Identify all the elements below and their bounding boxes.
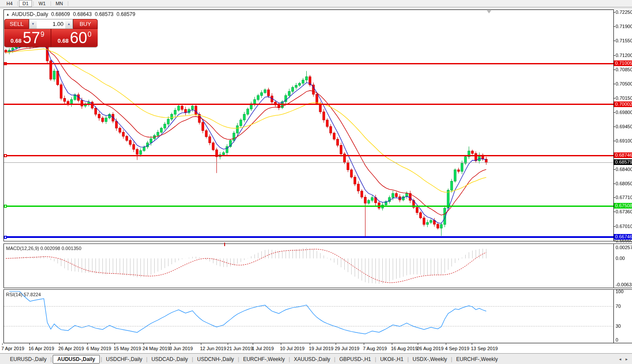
volume-increase-button[interactable]: ▲ <box>65 19 73 28</box>
date-axis-tick <box>336 343 336 345</box>
price-axis-tick: 0.67010 <box>616 224 632 229</box>
timeframe-button-w1[interactable]: W1 <box>35 0 49 7</box>
macd-pane-canvas[interactable] <box>4 244 613 287</box>
ohlc-close: 0.68579 <box>117 11 135 17</box>
chart-shift-marker-icon[interactable] <box>487 10 491 13</box>
date-axis-tick <box>418 343 418 345</box>
chart-border-bottom <box>3 343 632 343</box>
chart-tab-eurusd-daily[interactable]: EURUSD-,Daily <box>6 355 51 364</box>
date-axis-label: 19 Jul 2019 <box>309 346 333 351</box>
macd-axis-top: 0.002574 <box>616 245 632 250</box>
date-axis-label: 7 Aug 2019 <box>363 346 387 351</box>
price-axis-tick: 0.71550 <box>616 38 632 43</box>
ohlc-low: 0.68573 <box>95 11 113 17</box>
chart-tab-bar: EURUSD-,Daily|AUDUSD-,Daily|USDCHF-,Dail… <box>0 353 632 364</box>
chart-tab-usdcnh-daily[interactable]: USDCNH-,Daily <box>193 355 238 364</box>
sell-price-box[interactable]: 0.68 57 9 <box>4 29 51 47</box>
rsi-label-row: RSI(14) 57.8224 <box>6 292 41 297</box>
date-axis-label: 13 Sep 2019 <box>471 346 498 351</box>
symbol-title: AUDUSD-,Daily <box>12 11 48 17</box>
rsi-label: RSI(14) <box>6 292 22 297</box>
chart-tab-xauusd-daily[interactable]: XAUUSD-,Daily <box>290 355 334 364</box>
chart-tab-eurchf-weekly[interactable]: EURCHF-,Weekly <box>239 355 289 364</box>
chart-tab-usdcad-daily[interactable]: USDCAD-,Daily <box>147 355 192 364</box>
price-badge-0.68579: 0.68579 <box>614 159 632 165</box>
sell-price-big: 57 <box>23 30 40 46</box>
volume-decrease-button[interactable]: ▼ <box>29 19 37 28</box>
chart-tab-gbpusd-h1[interactable]: GBPUSD-,H1 <box>335 355 375 364</box>
date-axis-tick <box>170 343 171 345</box>
date-axis-label: 3 Jun 2019 <box>169 346 193 351</box>
toolbar-separator <box>33 1 34 6</box>
rsi-axis-0: 0 <box>616 337 618 342</box>
price-axis-tick: 0.70850 <box>616 67 632 72</box>
tab-separator: | <box>51 356 52 362</box>
timeframe-button-h4[interactable]: H4 <box>3 0 16 7</box>
timeframe-button-mn[interactable]: MN <box>52 0 67 7</box>
hline-handle[interactable] <box>4 236 7 239</box>
chart-tab-audusd-daily[interactable]: AUDUSD-,Daily <box>53 355 100 364</box>
toolbar-separator <box>68 1 68 6</box>
date-axis-tick <box>472 343 472 345</box>
price-axis-tick: 0.70150 <box>616 95 632 101</box>
sell-price-prefix: 0.68 <box>10 38 21 44</box>
price-axis-tick: 0.71900 <box>616 24 632 29</box>
timeframe-button-d1[interactable]: D1 <box>19 0 32 7</box>
hline-0.70002[interactable] <box>4 104 613 105</box>
date-axis-label: 26 Aug 2019 <box>417 346 444 351</box>
price-axis-tick: 0.70500 <box>616 81 632 86</box>
chart-tab-ukoil-h1[interactable]: UKOil-,H1 <box>376 355 407 364</box>
hline-handle[interactable] <box>4 205 7 208</box>
date-axis-tick <box>87 343 88 345</box>
splitter-macd-rsi[interactable] <box>3 288 632 290</box>
price-badge-0.71005: 0.71005 <box>614 60 632 66</box>
hline-0.67508[interactable] <box>4 206 613 207</box>
rsi-axis-100: 100 <box>616 289 623 294</box>
date-axis-label: 21 Jun 2019 <box>227 346 253 351</box>
rsi-axis-30: 30 <box>616 323 621 329</box>
price-badge-0.67508: 0.67508 <box>614 203 632 209</box>
tab-scroll-right-icon[interactable]: ▸ <box>626 357 628 361</box>
chart-tab-usdchf-daily[interactable]: USDCHF-,Daily <box>102 355 146 364</box>
macd-object-marker <box>224 243 225 246</box>
date-axis-tick <box>2 343 3 345</box>
date-axis-tick <box>29 343 30 345</box>
macd-axis-bottom: -0.006326 <box>616 282 632 287</box>
date-axis-label: 24 May 2019 <box>143 346 170 351</box>
date-axis-tick <box>392 343 392 345</box>
sell-price-pip: 9 <box>41 31 44 38</box>
hline-0.71005[interactable] <box>4 63 613 64</box>
date-axis-label: 1 Jul 2019 <box>252 346 274 351</box>
price-axis-tick: 0.69450 <box>616 124 632 129</box>
buy-price-big: 60 <box>70 30 87 46</box>
chart-title-row: ▲ AUDUSD-,Daily 0.68609 0.68643 0.68573 … <box>6 11 135 17</box>
toolbar-separator <box>17 1 18 6</box>
buy-button[interactable]: BUY <box>73 19 98 29</box>
sell-button[interactable]: SELL <box>4 19 29 29</box>
toolbar-separator <box>51 1 51 6</box>
timeframe-toolbar: H4D1W1MN <box>0 0 632 7</box>
date-axis-label: 10 Jul 2019 <box>280 346 305 351</box>
date-axis-label: 16 Apr 2019 <box>29 346 54 351</box>
tab-scroll-left-icon[interactable]: ◂ <box>619 357 621 361</box>
price-axis-tick: 0.68400 <box>616 167 632 172</box>
hline-0.68746[interactable] <box>4 155 613 156</box>
rsi-pane-canvas[interactable] <box>4 290 613 342</box>
panel-collapse-icon[interactable]: ▲ <box>6 13 10 16</box>
date-axis-label: 6 May 2019 <box>86 346 111 351</box>
current-price-line <box>4 162 613 163</box>
chart-tab-eurchf-weekly[interactable]: EURCHF-,Weekly <box>452 355 502 364</box>
volume-spinner: ▼ 1.00 ▲ <box>29 19 73 29</box>
hline-0.66746[interactable] <box>4 236 613 238</box>
price-badge-0.66746: 0.66746 <box>614 234 632 240</box>
hline-handle[interactable] <box>4 154 7 157</box>
chart-tab-usdx-weekly[interactable]: USDX-,Weekly <box>409 355 451 364</box>
splitter-main-macd[interactable] <box>3 241 632 244</box>
volume-input[interactable]: 1.00 <box>37 19 65 28</box>
date-axis-label: 4 Sep 2019 <box>445 346 469 351</box>
macd-label: MACD(12,26,9) <box>6 246 39 251</box>
hline-handle[interactable] <box>4 62 7 65</box>
date-axis-tick <box>59 343 60 345</box>
buy-price-box[interactable]: 0.68 60 0 <box>51 29 98 47</box>
date-axis-tick <box>143 343 144 345</box>
